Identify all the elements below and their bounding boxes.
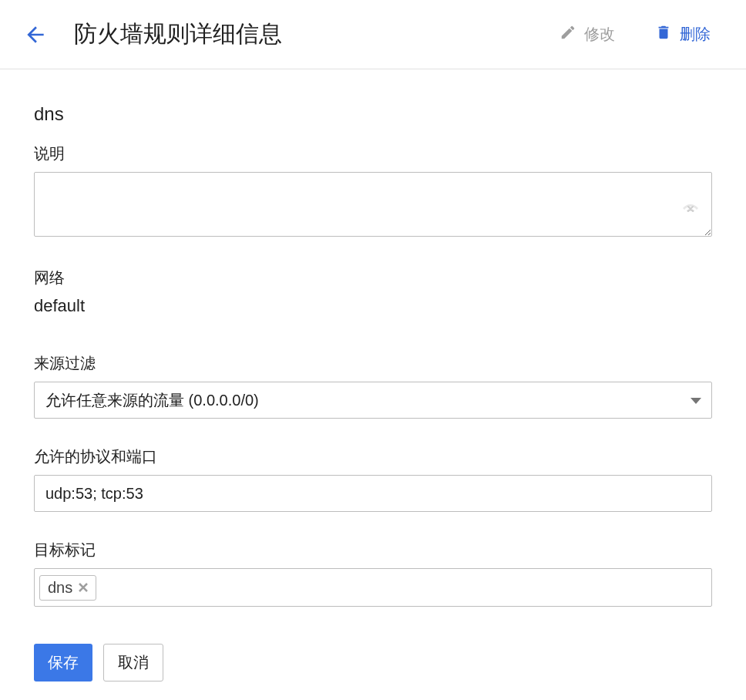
network-label: 网络	[34, 268, 712, 288]
page-title: 防火墙规则详细信息	[74, 19, 555, 50]
description-textarea[interactable]	[34, 172, 712, 237]
network-value: default	[34, 296, 712, 316]
trash-icon	[655, 24, 672, 45]
protocols-label: 允许的协议和端口	[34, 446, 712, 467]
save-button[interactable]: 保存	[34, 644, 92, 681]
source-filter-select[interactable]: 允许任意来源的流量 (0.0.0.0/0)	[34, 382, 712, 419]
rule-name: dns	[34, 103, 712, 125]
page-header: 防火墙规则详细信息 修改 删除	[0, 0, 746, 69]
tag-remove-icon[interactable]	[77, 581, 89, 594]
pencil-icon	[560, 24, 576, 45]
header-actions: 修改 删除	[555, 21, 715, 48]
delete-label: 删除	[680, 24, 711, 45]
back-arrow-icon[interactable]	[23, 22, 48, 47]
source-filter-value: 允许任意来源的流量 (0.0.0.0/0)	[45, 390, 259, 411]
description-label: 说明	[34, 143, 712, 164]
target-tags-label: 目标标记	[34, 540, 712, 560]
delete-button[interactable]: 删除	[650, 21, 715, 48]
protocols-input[interactable]	[34, 475, 712, 512]
content-area: dns 说明 网络 default 来源过滤 允许任意来源的流量 (0.0.0.…	[0, 69, 746, 697]
footer-buttons: 保存 取消	[34, 644, 712, 681]
edit-button[interactable]: 修改	[555, 21, 620, 48]
source-filter-label: 来源过滤	[34, 353, 712, 374]
edit-label: 修改	[584, 24, 615, 45]
target-tags-input[interactable]: dns	[34, 568, 712, 607]
tag-chip: dns	[39, 575, 96, 601]
tag-label: dns	[48, 579, 72, 597]
cancel-button[interactable]: 取消	[103, 644, 163, 681]
